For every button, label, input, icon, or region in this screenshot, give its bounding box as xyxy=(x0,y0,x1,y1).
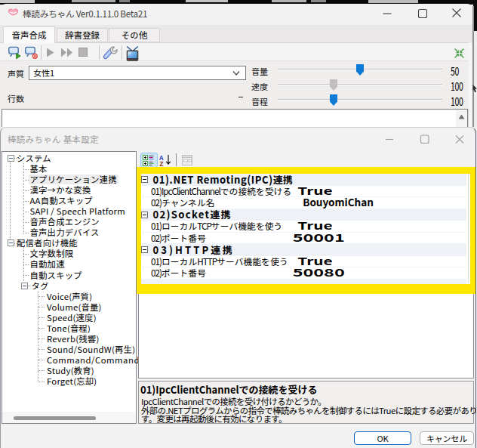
svg-text:Z: Z xyxy=(159,159,163,168)
